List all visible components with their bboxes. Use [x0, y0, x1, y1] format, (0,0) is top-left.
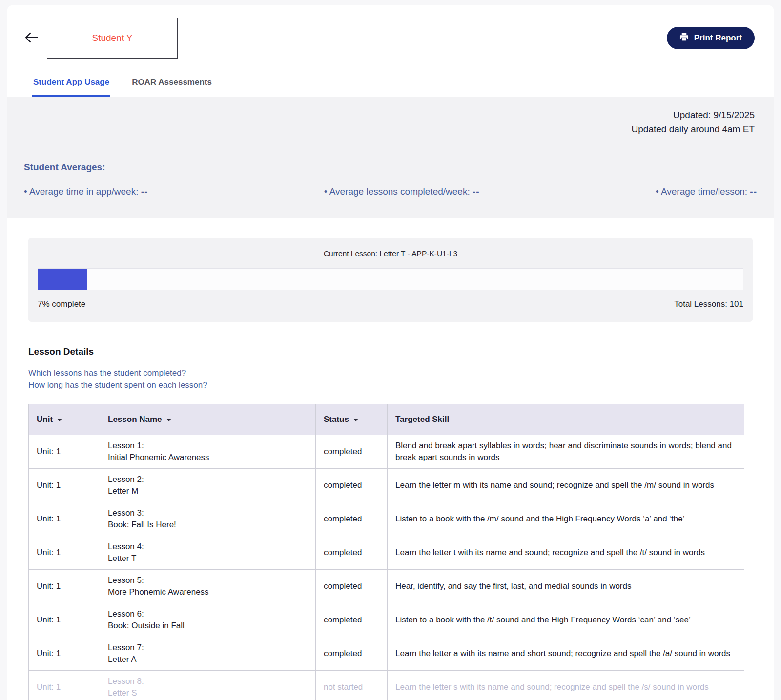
progress-footer: 7% complete Total Lessons: 101 — [38, 300, 743, 309]
targeted-skill-cell: Hear, identify, and say the first, last,… — [388, 570, 744, 603]
lesson-number: Lesson 8: — [108, 676, 308, 687]
tab-roar-assessments[interactable]: ROAR Assessments — [131, 69, 213, 97]
updated-frequency: Updated daily around 4am ET — [26, 122, 755, 136]
tab-student-app-usage[interactable]: Student App Usage — [32, 69, 110, 97]
sort-caret-icon[interactable] — [57, 419, 62, 421]
lesson-details-title: Lesson Details — [28, 346, 753, 357]
status-badge: completed — [324, 615, 362, 624]
lesson-number: Lesson 3: — [108, 507, 308, 519]
lesson-name-cell: Lesson 5: More Phonemic Awareness — [100, 570, 316, 603]
targeted-skill-cell: Blend and break apart syllables in words… — [388, 435, 744, 469]
unit-cell: Unit: 1 — [29, 469, 100, 502]
avg-time-in-app-value: -- — [141, 186, 148, 197]
averages-row: Average time in app/week: -- Average les… — [24, 186, 757, 197]
targeted-skill-cell: Learn the letter s with its name and sou… — [388, 671, 744, 700]
lesson-title: Book: Fall Is Here! — [108, 519, 308, 531]
lesson-title: Letter M — [108, 485, 308, 497]
lesson-title: Letter T — [108, 553, 308, 564]
lesson-number: Lesson 1: — [108, 440, 308, 452]
status-badge: completed — [324, 480, 362, 490]
lesson-title: Letter A — [108, 654, 308, 665]
top-bar: Student Y Print Report — [7, 5, 774, 69]
lesson-number: Lesson 2: — [108, 474, 308, 485]
column-header-lesson-name[interactable]: Lesson Name — [100, 404, 316, 435]
table-row: Unit: 1 Lesson 3: Book: Fall Is Here! co… — [29, 502, 744, 536]
status-badge: completed — [324, 649, 362, 658]
student-averages-section: Student Averages: Average time in app/we… — [7, 147, 774, 218]
lesson-name-cell: Lesson 6: Book: Outside in Fall — [100, 603, 316, 637]
unit-cell: Unit: 1 — [29, 671, 100, 700]
status-cell: completed — [316, 469, 388, 502]
lesson-details-section: Lesson Details Which lessons has the stu… — [28, 346, 753, 391]
lesson-details-question-1: Which lessons has the student completed? — [28, 367, 753, 379]
unit-cell: Unit: 1 — [29, 435, 100, 469]
column-header-status[interactable]: Status — [316, 404, 388, 435]
lesson-title: Letter S — [108, 687, 308, 699]
column-header-unit[interactable]: Unit — [29, 404, 100, 435]
targeted-skill-cell: Listen to a book with the /t/ sound and … — [388, 603, 744, 637]
table-row: Unit: 1 Lesson 2: Letter M completed Lea… — [29, 469, 744, 502]
targeted-skill-cell: Learn the letter a with its name and sho… — [388, 637, 744, 671]
total-lessons-label: Total Lessons: 101 — [674, 300, 743, 309]
updated-date: Updated: 9/15/2025 — [26, 108, 755, 122]
lesson-name-cell: Lesson 2: Letter M — [100, 469, 316, 502]
back-button[interactable] — [21, 27, 42, 49]
student-averages-title: Student Averages: — [24, 162, 757, 173]
unit-cell: Unit: 1 — [29, 637, 100, 671]
table-row: Unit: 1 Lesson 7: Letter A completed Lea… — [29, 637, 744, 671]
sort-caret-icon[interactable] — [353, 419, 358, 421]
status-badge: completed — [324, 447, 362, 456]
lesson-number: Lesson 6: — [108, 608, 308, 620]
lesson-name-cell: Lesson 3: Book: Fall Is Here! — [100, 502, 316, 536]
sort-caret-icon[interactable] — [166, 419, 171, 421]
updated-info-bar: Updated: 9/15/2025 Updated daily around … — [7, 97, 774, 147]
lesson-title: Initial Phonemic Awareness — [108, 452, 308, 463]
lesson-table: Unit Lesson Name Status Targeted Skill U… — [28, 404, 744, 700]
status-badge: completed — [324, 514, 362, 523]
report-card: Student Y Print Report Student App Usage… — [7, 5, 774, 700]
tab-bar: Student App Usage ROAR Assessments — [7, 69, 774, 97]
avg-time-in-app: Average time in app/week: -- — [24, 186, 148, 197]
table-row: Unit: 1 Lesson 1: Initial Phonemic Aware… — [29, 435, 744, 469]
unit-cell: Unit: 1 — [29, 603, 100, 637]
avg-time-per-lesson: Average time/lesson: -- — [656, 186, 757, 197]
progress-bar-fill — [38, 269, 87, 290]
status-cell: completed — [316, 637, 388, 671]
status-cell: completed — [316, 603, 388, 637]
print-report-label: Print Report — [694, 33, 742, 43]
status-badge: completed — [324, 548, 362, 557]
lesson-details-question-2: How long has the student spent on each l… — [28, 379, 753, 391]
percent-complete-label: 7% complete — [38, 300, 85, 309]
column-header-targeted-skill: Targeted Skill — [388, 404, 744, 435]
avg-time-per-lesson-value: -- — [750, 186, 757, 197]
progress-card: Current Lesson: Letter T - APP-K-U1-L3 7… — [28, 238, 753, 322]
student-name: Student Y — [92, 33, 132, 43]
lesson-number: Lesson 4: — [108, 541, 308, 553]
lesson-name-cell: Lesson 4: Letter T — [100, 536, 316, 570]
status-cell: completed — [316, 536, 388, 570]
lesson-number: Lesson 7: — [108, 642, 308, 654]
printer-icon — [679, 33, 689, 44]
current-lesson-label: Current Lesson: Letter T - APP-K-U1-L3 — [38, 249, 743, 258]
status-cell: not started — [316, 671, 388, 700]
student-name-box: Student Y — [47, 18, 178, 59]
status-badge: not started — [324, 682, 363, 692]
lesson-name-cell: Lesson 8: Letter S — [100, 671, 316, 700]
lesson-number: Lesson 5: — [108, 575, 308, 586]
targeted-skill-cell: Learn the letter t with its name and sou… — [388, 536, 744, 570]
lesson-name-cell: Lesson 7: Letter A — [100, 637, 316, 671]
print-report-button[interactable]: Print Report — [667, 27, 755, 49]
unit-cell: Unit: 1 — [29, 570, 100, 603]
status-cell: completed — [316, 502, 388, 536]
lesson-title: Book: Outside in Fall — [108, 620, 308, 632]
lesson-table-body: Unit: 1 Lesson 1: Initial Phonemic Aware… — [29, 435, 744, 700]
targeted-skill-cell: Learn the letter m with its name and sou… — [388, 469, 744, 502]
avg-lessons-completed-value: -- — [473, 186, 480, 197]
avg-lessons-completed: Average lessons completed/week: -- — [324, 186, 480, 197]
lesson-name-cell: Lesson 1: Initial Phonemic Awareness — [100, 435, 316, 469]
table-row: Unit: 1 Lesson 5: More Phonemic Awarenes… — [29, 570, 744, 603]
table-row: Unit: 1 Lesson 8: Letter S not started L… — [29, 671, 744, 700]
progress-bar-track — [38, 268, 743, 290]
status-badge: completed — [324, 581, 362, 591]
status-cell: completed — [316, 435, 388, 469]
